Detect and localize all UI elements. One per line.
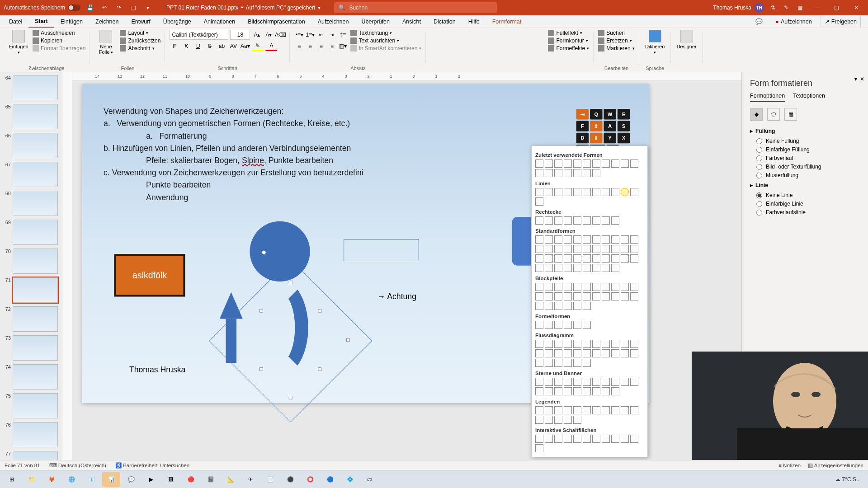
shape-gallery-item[interactable]: [621, 349, 629, 357]
save-icon[interactable]: 💾: [85, 3, 95, 13]
app-icon[interactable]: 💬: [122, 472, 140, 487]
shape-gallery-item[interactable]: [573, 406, 581, 414]
weather-widget[interactable]: ☁ 7°C S...: [835, 476, 861, 483]
shape-gallery-item[interactable]: [602, 160, 610, 168]
shape-gallery-item[interactable]: [573, 435, 581, 443]
shape-gallery-item[interactable]: [535, 216, 543, 225]
shape-gallery-item[interactable]: [545, 283, 553, 291]
shape-gallery-item[interactable]: [573, 340, 581, 348]
shape-gallery-item[interactable]: [583, 340, 591, 348]
tab-einfuegen[interactable]: Einfügen: [54, 15, 89, 28]
italic-button[interactable]: K: [181, 41, 191, 51]
shape-gallery-item[interactable]: [545, 292, 553, 300]
shape-gallery-item[interactable]: [611, 387, 619, 395]
shape-gallery-item[interactable]: [573, 264, 581, 272]
shape-gallery-item[interactable]: [592, 387, 600, 395]
shape-outline-button[interactable]: Formkontur: [548, 38, 589, 44]
shape-gallery-item[interactable]: [554, 349, 562, 357]
designer-button[interactable]: Designer: [675, 30, 698, 49]
redo-icon[interactable]: ↷: [114, 3, 124, 13]
shape-gallery-item[interactable]: [545, 160, 553, 168]
shape-gallery-item[interactable]: [554, 283, 562, 291]
window-layout-icon[interactable]: ▦: [795, 3, 805, 13]
shape-gallery-item[interactable]: [554, 406, 562, 414]
app-icon[interactable]: ⭕: [301, 472, 319, 487]
shape-gallery-item[interactable]: [564, 378, 572, 386]
slide-thumbnail[interactable]: 73: [2, 335, 61, 361]
numbering-button[interactable]: 1≡▾: [305, 30, 315, 40]
shape-gallery-item[interactable]: [535, 321, 543, 329]
shape-gallery-item[interactable]: [602, 406, 610, 414]
shape-gallery-item[interactable]: [554, 235, 562, 244]
shape-gallery-item[interactable]: [564, 254, 572, 263]
vlc-icon[interactable]: ▶: [142, 472, 160, 487]
shapes-gallery-popup[interactable]: Zuletzt verwendete Formen Linien Rechtec…: [531, 145, 648, 457]
outline-rectangle-shape[interactable]: [344, 239, 419, 261]
dictate-button[interactable]: Diktieren: [644, 30, 666, 55]
fill-option-radio[interactable]: Einfarbige Füllung: [756, 146, 860, 153]
tab-uebergaenge[interactable]: Übergänge: [157, 15, 198, 28]
shape-gallery-item[interactable]: [592, 340, 600, 348]
minimize-button[interactable]: —: [808, 2, 825, 13]
shape-gallery-item[interactable]: [554, 321, 562, 329]
app-icon[interactable]: 🔴: [182, 472, 200, 487]
shape-gallery-item[interactable]: [545, 340, 553, 348]
shape-gallery-item[interactable]: [564, 321, 572, 329]
shape-gallery-item[interactable]: [592, 216, 600, 225]
shape-gallery-item[interactable]: [535, 160, 543, 168]
shape-gallery-item[interactable]: [564, 216, 572, 225]
slide-canvas[interactable]: 1413121110987654321012 Verwendung von Sh…: [72, 72, 741, 460]
shape-gallery-item[interactable]: [564, 235, 572, 244]
maximize-button[interactable]: ▢: [828, 2, 844, 13]
bold-button[interactable]: F: [170, 41, 179, 51]
slide-thumbnail[interactable]: 72: [2, 306, 61, 332]
shape-gallery-item[interactable]: [573, 216, 581, 225]
shape-gallery-item[interactable]: [621, 188, 629, 196]
shape-gallery-item[interactable]: [535, 245, 543, 253]
fill-effect-button[interactable]: Fülleffekt: [548, 30, 589, 36]
shape-gallery-item[interactable]: [602, 387, 610, 395]
shape-gallery-item[interactable]: [535, 416, 543, 424]
obs-icon[interactable]: ⚫: [281, 472, 299, 487]
tab-animationen[interactable]: Animationen: [198, 15, 242, 28]
outdent-button[interactable]: ⇤: [316, 30, 326, 40]
shape-gallery-item[interactable]: [630, 435, 638, 443]
tab-bildschirm[interactable]: Bildschirmpräsentation: [241, 15, 311, 28]
shape-gallery-item[interactable]: [630, 283, 638, 291]
shape-gallery-item[interactable]: [621, 378, 629, 386]
clear-format-button[interactable]: A⌫: [275, 30, 285, 40]
align-left-button[interactable]: ≡: [294, 41, 304, 51]
shape-gallery-item[interactable]: [592, 349, 600, 357]
tab-formoptionen[interactable]: Formoptionen: [750, 93, 785, 102]
fill-option-radio[interactable]: Musterfüllung: [756, 172, 860, 178]
share-button[interactable]: ↗ Freigeben: [821, 16, 861, 27]
shape-gallery-item[interactable]: [583, 264, 591, 272]
shape-gallery-item[interactable]: [630, 378, 638, 386]
shape-gallery-item[interactable]: [592, 169, 600, 177]
copy-button[interactable]: Kopieren: [33, 38, 85, 44]
strike-button[interactable]: S̶: [205, 41, 215, 51]
shape-gallery-item[interactable]: [573, 321, 581, 329]
shape-gallery-item[interactable]: [564, 245, 572, 253]
pane-options-icon[interactable]: ▾: [854, 76, 857, 82]
reset-button[interactable]: Zurücksetzen: [120, 38, 160, 44]
shape-gallery-item[interactable]: [611, 235, 619, 244]
shape-gallery-item[interactable]: [545, 264, 553, 272]
telegram-icon[interactable]: ✈: [241, 472, 259, 487]
shape-gallery-item[interactable]: [573, 387, 581, 395]
comments-button[interactable]: 💬: [751, 16, 767, 27]
line-section-header[interactable]: ▸ Linie: [750, 182, 860, 188]
shape-gallery-item[interactable]: [583, 435, 591, 443]
shape-gallery-item[interactable]: [554, 340, 562, 348]
slide-counter[interactable]: Folie 71 von 81: [5, 463, 40, 468]
line-option-radio[interactable]: Einfarbige Linie: [756, 201, 860, 207]
shape-gallery-item[interactable]: [554, 264, 562, 272]
accessibility-status[interactable]: ♿ Barrierefreiheit: Untersuchen: [115, 462, 189, 469]
change-case-button[interactable]: Aa▾: [240, 41, 250, 51]
search-input[interactable]: [349, 5, 417, 11]
shape-gallery-item[interactable]: [621, 245, 629, 253]
tab-hilfe[interactable]: Hilfe: [462, 15, 486, 28]
thumbnail-panel[interactable]: 6465666768697071727374757677: [0, 72, 63, 460]
shape-gallery-item[interactable]: [621, 254, 629, 263]
shape-gallery-item[interactable]: [602, 254, 610, 263]
